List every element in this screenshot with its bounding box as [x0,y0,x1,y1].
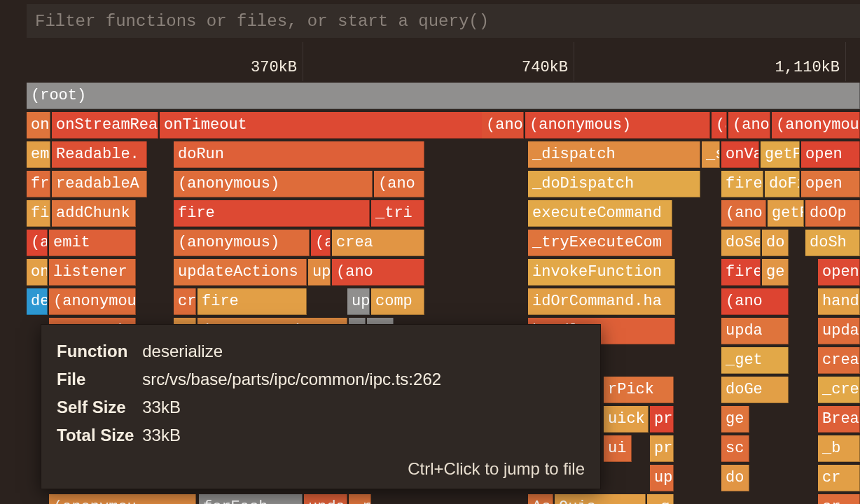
flame-cell[interactable]: ui [604,435,632,462]
flame-cell[interactable]: do [762,230,789,256]
flame-cell[interactable]: up [347,288,370,315]
ruler-tick [303,42,303,81]
flame-cell[interactable]: fire [197,288,307,315]
flame-cell[interactable]: executeCommand [528,200,672,227]
tooltip-key: Function [57,337,142,365]
flame-cell[interactable]: fire [721,259,761,286]
flame-cell[interactable]: fr [27,171,50,197]
flame-row: fiaddChunkfire_triexecuteCommand(anogetF… [27,200,860,228]
flame-row: (aemit(anonymous)(acrea_tryExecuteComdoS… [27,230,860,258]
flame-cell[interactable]: crea [818,347,860,374]
flame-cell[interactable]: (a [311,230,331,256]
flame-cell[interactable]: cr [818,494,860,504]
flame-cell[interactable]: fi [27,200,50,227]
flame-row: (root) [27,83,860,111]
flame-cell[interactable]: idOrCommand.ha [528,288,675,315]
flame-cell[interactable]: (ano [721,288,789,315]
flame-cell[interactable]: on [27,112,50,139]
ruler-tick [574,42,574,81]
flame-cell[interactable]: _doDispatch [528,171,700,197]
flame-cell[interactable]: (anonymou [772,112,860,139]
flame-cell[interactable]: upda [721,318,789,344]
flame-cell[interactable]: _g [647,494,674,504]
tooltip-hint: Ctrl+Click to jump to file [57,459,585,479]
flame-cell[interactable]: em [27,141,50,168]
flame-cell[interactable]: (anonymou [49,494,196,504]
flame-cell[interactable]: emit [49,230,136,256]
flame-cell[interactable]: (ano [721,200,766,227]
flame-cell[interactable]: de [27,288,48,315]
flame-cell[interactable]: (anonymous) [525,112,710,139]
flame-cell[interactable]: onStreamRea [52,112,158,139]
flame-cell[interactable]: (ano [374,171,424,197]
flame-cell[interactable]: _tri [371,200,424,227]
flame-cell[interactable]: fire [721,171,763,197]
flame-cell[interactable]: (a [27,230,48,256]
flame-cell[interactable]: addChunk [52,200,136,227]
flame-cell[interactable]: invokeFunction [528,259,675,286]
flame-cell[interactable]: sc [721,435,749,462]
flame-cell[interactable]: doSh [805,230,860,256]
flame-cell[interactable]: open [801,171,860,197]
flame-cell[interactable]: (root) [27,83,860,109]
flame-cell[interactable]: (a [712,112,727,139]
flame-cell[interactable]: fire [174,200,370,227]
flame-cell[interactable]: _cre [818,377,860,403]
flame-cell[interactable]: doSe [721,230,761,256]
flame-cell[interactable]: onTimeout [160,112,518,139]
flame-cell[interactable]: hand [818,288,860,315]
flame-cell[interactable]: doGe [721,377,789,403]
flame-cell[interactable]: (anonymou [49,288,136,315]
flame-cell[interactable]: listener [49,259,136,286]
flame-cell[interactable]: getF [761,141,800,168]
flame-cell[interactable]: open [818,259,860,286]
flame-cell[interactable]: doFi [765,171,800,197]
flame-cell[interactable]: updateActions [174,259,307,286]
flame-cell[interactable]: rPick [604,377,674,403]
flame-cell[interactable]: Ac [528,494,553,504]
flame-cell[interactable]: crea [332,230,424,256]
flame-cell[interactable]: doRun [174,141,424,168]
flame-cell[interactable]: _dispatch [528,141,700,168]
flame-cell[interactable]: Quic [555,494,646,504]
flame-cell[interactable]: onVa [721,141,759,168]
flame-cell[interactable]: upda [304,494,347,504]
filter-input[interactable] [35,12,852,31]
flame-cell[interactable]: readableA [52,171,147,197]
flame-cell[interactable]: getF [768,200,804,227]
flame-row: frreadableA(anonymous)(ano_doDispatchfir… [27,171,860,199]
flame-cell[interactable]: up [650,465,674,491]
flame-cell[interactable]: do [721,465,749,491]
filter-bar [27,4,860,38]
flame-cell[interactable]: Readable. [52,141,147,168]
flame-cell[interactable]: _b [818,435,860,462]
flame-cell[interactable]: ge [721,406,749,433]
flame-cell[interactable]: Brea [818,406,860,433]
flame-cell[interactable]: ge [762,259,789,286]
flame-cell[interactable]: up [308,259,331,286]
flame-cell[interactable]: _tryExecuteCom [528,230,672,256]
tooltip-value: 33kB [142,421,450,449]
flame-cell[interactable]: pr [650,435,674,462]
flame-cell[interactable]: cr [818,465,860,491]
flame-cell[interactable]: upda [818,318,860,344]
flame-cell[interactable]: _s [702,141,720,168]
flame-cell[interactable]: pr [650,406,674,433]
flame-cell[interactable]: (anonymous) [174,171,373,197]
flame-cell[interactable]: forEach [199,494,303,504]
flame-cell[interactable]: _get [721,347,789,374]
flame-cell[interactable]: (ano [332,259,424,286]
flame-row: de(anonymoucrfireupcompidOrCommand.ha(an… [27,288,860,316]
flame-cell[interactable]: on [27,259,48,286]
flame-cell[interactable]: (anonymous) [174,230,310,256]
flame-row: (anonymouforEachupda_rAcQuic_gcr [27,494,860,504]
flame-cell[interactable]: comp [371,288,424,315]
flame-cell[interactable]: _r [349,494,371,504]
flame-cell[interactable]: cr [174,288,196,315]
flame-cell[interactable]: doOp [805,200,860,227]
flame-cell[interactable]: (ano [482,112,524,139]
flame-cell[interactable]: (ano [728,112,770,139]
size-ruler: 370kB740kB1,110kB [0,42,860,81]
flame-cell[interactable]: uick [604,406,649,433]
flame-cell[interactable]: open [801,141,860,168]
